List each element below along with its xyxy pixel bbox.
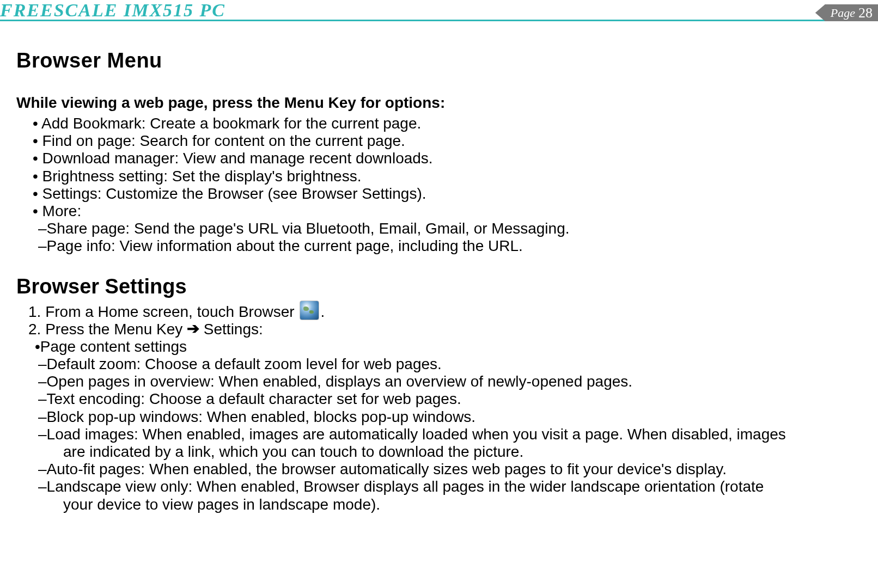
list-item: 2. Press the Menu Key ➔ Settings: [28, 321, 862, 338]
page-content-settings-list: –Default zoom: Choose a default zoom lev… [16, 356, 862, 513]
list-item: • Download manager: View and manage rece… [33, 150, 862, 167]
document-title: FREESCALE IMX515 PC [0, 0, 225, 21]
list-item: • Brightness setting: Set the display's … [33, 168, 862, 185]
list-item: –Load images: When enabled, images are a… [16, 426, 862, 443]
document-page: FREESCALE IMX515 PC Page 28 Browser Menu… [0, 0, 878, 588]
page-header: FREESCALE IMX515 PC Page 28 [0, 0, 878, 22]
step-1-text-post: . [320, 303, 325, 320]
browser-menu-more-sublist: –Share page: Send the page's URL via Blu… [16, 220, 862, 255]
browser-globe-icon [300, 301, 319, 320]
settings-steps: 1. From a Home screen, touch Browser . 2… [16, 301, 862, 338]
step-1-text-pre: 1. From a Home screen, touch Browser [28, 303, 295, 320]
list-item-continuation: your device to view pages in landscape m… [16, 496, 862, 513]
header-rule [0, 20, 878, 21]
page-number-badge: Page 28 [815, 4, 878, 21]
list-item: –Text encoding: Choose a default charact… [16, 390, 862, 408]
list-item: 1. From a Home screen, touch Browser . [28, 301, 862, 321]
list-item: –Open pages in overview: When enabled, d… [16, 373, 862, 390]
list-item: • Add Bookmark: Create a bookmark for th… [33, 115, 862, 132]
section-heading-browser-settings: Browser Settings [16, 275, 862, 298]
arrow-right-icon: ➔ [187, 320, 199, 338]
page-content-settings-head: •Page content settings [16, 338, 862, 356]
list-item: –Default zoom: Choose a default zoom lev… [16, 356, 862, 373]
page-label: Page [831, 6, 855, 20]
step-2-text-pre: 2. Press the Menu Key [28, 321, 187, 338]
page-number: 28 [858, 5, 873, 21]
step-2-text-post: Settings: [199, 321, 263, 338]
list-item: –Page info: View information about the c… [38, 237, 862, 255]
list-item: • Settings: Customize the Browser (see B… [33, 185, 862, 203]
list-item: • Find on page: Search for content on th… [33, 132, 862, 150]
list-item: –Share page: Send the page's URL via Blu… [38, 220, 862, 237]
list-item: • More: [33, 203, 862, 220]
browser-menu-list: • Add Bookmark: Create a bookmark for th… [16, 115, 862, 220]
list-item: –Auto-fit pages: When enabled, the brows… [16, 461, 862, 478]
list-item: –Landscape view only: When enabled, Brow… [16, 478, 862, 495]
page-content: Browser Menu While viewing a web page, p… [0, 22, 878, 513]
browser-menu-lead: While viewing a web page, press the Menu… [16, 94, 862, 112]
section-heading-browser-menu: Browser Menu [16, 49, 862, 72]
list-item-continuation: are indicated by a link, which you can t… [16, 443, 862, 461]
list-item: –Block pop-up windows: When enabled, blo… [16, 408, 862, 426]
